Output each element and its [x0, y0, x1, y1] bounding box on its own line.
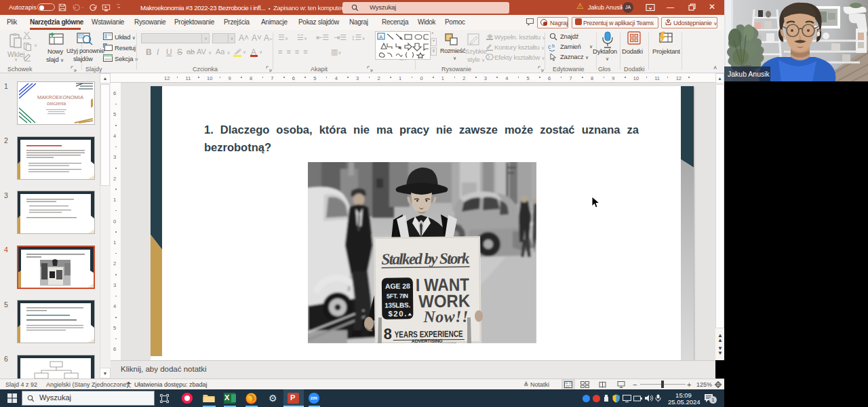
svg-text:MAKROEKONOMIA: MAKROEKONOMIA	[37, 94, 83, 100]
svg-text:8: 8	[384, 326, 393, 343]
svg-text:AGE 28: AGE 28	[385, 282, 410, 290]
svg-text:b: b	[552, 43, 555, 48]
svg-text:ADVERTISING: ADVERTISING	[412, 338, 443, 343]
svg-text:Jakub Anusik: Jakub Anusik	[728, 70, 770, 78]
svg-text:5FT. 7IN: 5FT. 7IN	[387, 292, 408, 299]
svg-text:Stalked by Stork: Stalked by Stork	[381, 250, 470, 267]
svg-text:c: c	[548, 43, 551, 50]
svg-text:ćwiczenia: ćwiczenia	[47, 101, 66, 106]
svg-text:135LBS.: 135LBS.	[384, 301, 410, 309]
svg-text:$20.: $20.	[388, 309, 406, 317]
svg-text:A: A	[379, 34, 383, 40]
svg-text:Now!!: Now!!	[422, 307, 468, 326]
